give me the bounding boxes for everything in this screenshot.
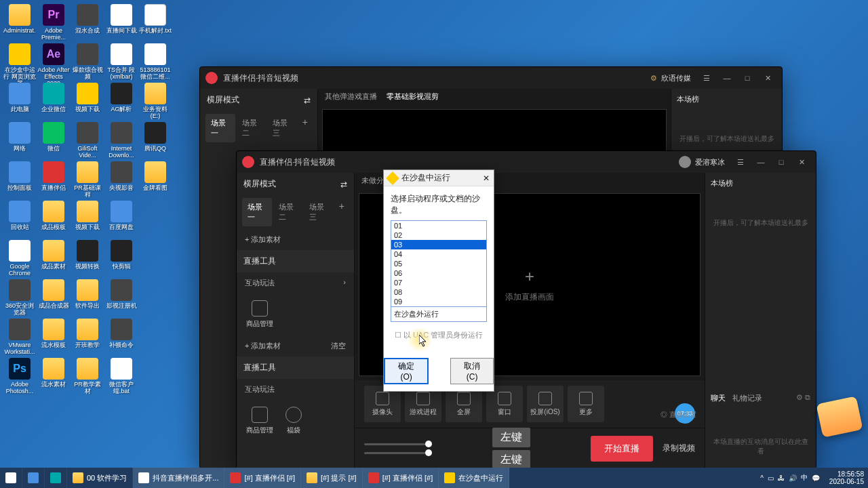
desktop-icon[interactable]: 成品素材: [37, 240, 70, 277]
float-badge[interactable]: [816, 396, 863, 437]
add-canvas-icon[interactable]: +: [505, 267, 554, 286]
desktop-icon[interactable]: 360安全浏览器: [3, 279, 36, 316]
desktop-icon[interactable]: 微信: [37, 122, 70, 159]
tray-up-icon[interactable]: ^: [760, 474, 764, 482]
interact-row[interactable]: 互动玩法›: [237, 272, 354, 293]
sandbox-list-item[interactable]: 02: [391, 230, 486, 240]
user-badge[interactable]: 爱溶寒冰: [679, 156, 725, 168]
desktop-icon[interactable]: 软件导出: [71, 279, 104, 316]
sandbox-list-item[interactable]: 01: [391, 221, 486, 230]
desktop-icon[interactable]: PsAdobe Photosh...: [3, 358, 36, 394]
bless-button[interactable]: 福袋: [285, 407, 302, 435]
titlebar[interactable]: 直播伴侣·抖音短视频 爱溶寒冰 ☰ — □ ✕: [237, 151, 816, 173]
desktop-icon[interactable]: PR基础课程: [71, 161, 104, 198]
desktop-icon[interactable]: 直播伴侣: [37, 161, 70, 198]
desktop-icon[interactable]: Administrat...: [3, 4, 36, 41]
desktop-icon[interactable]: 视频下载: [71, 201, 104, 237]
desktop-icon[interactable]: 手机解封.txt: [139, 4, 172, 41]
desktop-icon[interactable]: PrAdobe Premie...: [37, 4, 70, 41]
desktop-icon[interactable]: 成品模板: [37, 201, 70, 237]
desktop-icon[interactable]: 513886101 微信二维...: [139, 43, 172, 80]
tray-ime-icon[interactable]: 中: [801, 473, 808, 483]
uac-checkbox[interactable]: ☐ 以 UAC 管理员身份运行: [391, 330, 487, 340]
user-badge[interactable]: ⚙ 欣语传媒: [650, 73, 691, 83]
close-button[interactable]: ✕: [759, 70, 776, 85]
desktop-icon[interactable]: Internet Downlo...: [105, 122, 138, 159]
scene-tab-2[interactable]: 场景二: [237, 114, 267, 142]
maximize-button[interactable]: □: [772, 155, 790, 169]
desktop-icon[interactable]: 流水素材: [37, 358, 70, 394]
desktop-icon[interactable]: 流水模板: [37, 319, 70, 355]
desktop-icon[interactable]: 腾讯QQ: [139, 122, 172, 159]
desktop-icon[interactable]: AeAdobe After Effects 2020: [37, 43, 70, 80]
desktop-icon[interactable]: 网络: [3, 122, 36, 159]
clear-button[interactable]: 清空: [331, 341, 346, 351]
taskbar-item[interactable]: 00 软件学习: [67, 468, 133, 488]
shop-button-2[interactable]: 商品管理: [246, 407, 273, 435]
desktop-icon[interactable]: 企业微信: [37, 83, 70, 119]
desktop-icon[interactable]: 控制面板: [3, 161, 36, 198]
desktop-icon[interactable]: VMware Workstati...: [3, 319, 36, 355]
interact-row-2[interactable]: 互动玩法: [237, 379, 354, 400]
source-button[interactable]: 更多: [568, 386, 604, 422]
desktop-icon[interactable]: 在沙盒中运行 网页浏览器: [3, 43, 36, 80]
start-button[interactable]: [0, 468, 22, 488]
scene-tab-1[interactable]: 场景一: [205, 114, 235, 142]
mic-slider[interactable]: [364, 443, 432, 445]
desktop-icon[interactable]: 微信客户端.bat: [105, 358, 138, 394]
desktop-icon[interactable]: 视频转换: [71, 240, 104, 277]
taskbar-item[interactable]: [#] 直播伴侣 [#]: [363, 468, 439, 488]
taskbar-item[interactable]: 抖音直播伴侣多开...: [133, 468, 224, 488]
titlebar[interactable]: 直播伴侣·抖音短视频 ⚙ 欣语传媒 ☰ — □ ✕: [200, 67, 782, 89]
start-live-button[interactable]: 开始直播: [591, 436, 653, 462]
speaker-slider[interactable]: [364, 452, 432, 454]
scene-tab-1[interactable]: 场景一: [242, 198, 272, 226]
cancel-button[interactable]: 取消(C): [450, 358, 494, 384]
scene-tab-3[interactable]: 场景三: [304, 198, 334, 226]
swap-icon[interactable]: ⇄: [340, 180, 347, 189]
desktop-icon[interactable]: 直播间下载: [105, 4, 138, 41]
taskbar-item[interactable]: [#] 提示 [#]: [301, 468, 363, 488]
close-button[interactable]: ✕: [793, 155, 810, 169]
desktop-icon[interactable]: Google Chrome: [3, 240, 36, 277]
tray-net-icon[interactable]: 🖧: [778, 474, 785, 482]
sandbox-list-item[interactable]: 09: [391, 297, 486, 306]
swap-icon[interactable]: ⇄: [304, 96, 311, 105]
sandbox-list-item[interactable]: 08: [391, 287, 486, 297]
sandbox-list-item[interactable]: 04: [391, 249, 486, 259]
taskbar-item[interactable]: [22, 468, 45, 488]
system-tray[interactable]: ^ ▭ 🖧 🔊 中 💬: [755, 473, 825, 483]
desktop-icon[interactable]: 此电脑: [3, 83, 36, 119]
gift-tab[interactable]: 礼物记录: [732, 393, 762, 403]
volume-sliders[interactable]: [364, 436, 432, 461]
desktop-icon[interactable]: 开班教学: [71, 319, 104, 355]
desktop-icon[interactable]: 百度网盘: [105, 201, 138, 237]
desktop-icon[interactable]: GiliSoft Vide...: [71, 122, 104, 159]
scene-tab-2[interactable]: 场景二: [273, 198, 303, 226]
top-tab-video[interactable]: 零基础影视混剪: [387, 92, 439, 102]
dialog-close-button[interactable]: ✕: [483, 174, 490, 183]
desktop-icon[interactable]: 影视注册机: [105, 279, 138, 316]
desktop-icon[interactable]: PR教学素材: [71, 358, 104, 394]
source-button[interactable]: 投屏(iOS): [527, 386, 564, 422]
desktop-icon[interactable]: 成品合成器: [37, 279, 70, 316]
sandbox-list-item[interactable]: 07: [391, 278, 486, 287]
menu-icon[interactable]: ☰: [732, 155, 749, 169]
desktop-icon[interactable]: 业务资料 (E:): [139, 83, 172, 119]
add-source-row-2[interactable]: + 添加素材清空: [237, 336, 354, 357]
desktop-icon[interactable]: 混水合成: [71, 4, 104, 41]
dialog-titlebar[interactable]: 在沙盘中运行 ✕: [384, 170, 494, 186]
add-scene-button[interactable]: +: [298, 114, 312, 142]
tray-vol-icon[interactable]: 🔊: [789, 474, 797, 482]
taskbar-item[interactable]: [#] 直播伴侣 [#]: [224, 468, 301, 488]
sandbox-list-item[interactable]: 05: [391, 259, 486, 268]
desktop-icon[interactable]: 快剪辑: [105, 240, 138, 277]
chat-settings-icon[interactable]: ⚙ ⧉: [796, 393, 810, 403]
minimize-button[interactable]: —: [718, 70, 736, 85]
scene-tab-3[interactable]: 场景三: [267, 114, 297, 142]
taskbar-item[interactable]: [45, 468, 67, 488]
menu-icon[interactable]: ☰: [698, 70, 715, 85]
sandbox-list-item[interactable]: 03: [391, 240, 486, 249]
desktop-icon[interactable]: TS合并 段(xmlbar): [105, 43, 138, 80]
tray-msg-icon[interactable]: 💬: [812, 474, 820, 482]
